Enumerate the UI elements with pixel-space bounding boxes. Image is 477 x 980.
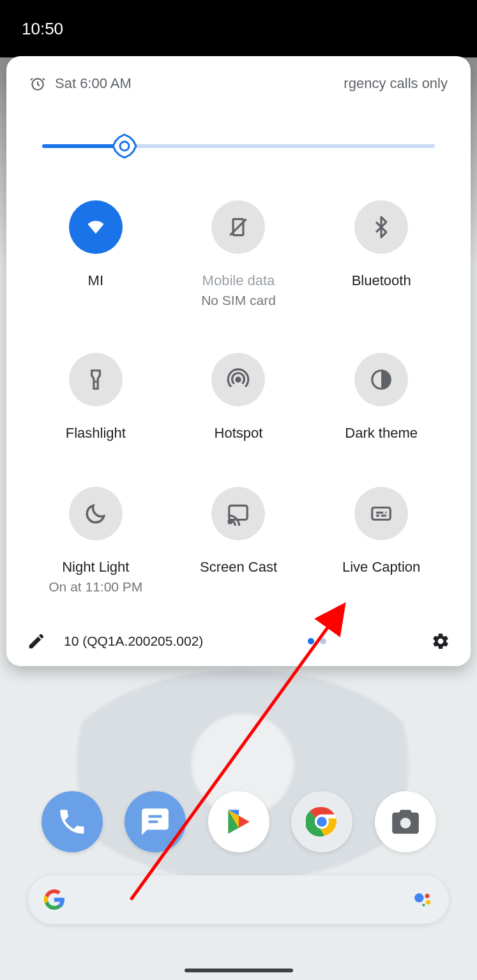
qs-tile-sublabel: No SIM card (201, 293, 276, 308)
qs-page-indicator[interactable] (308, 638, 326, 644)
qs-tile-night-light[interactable]: Night LightOn at 11:00 PM (24, 487, 167, 595)
dock-app-phone[interactable] (42, 791, 103, 852)
brightness-slider[interactable] (42, 130, 435, 162)
svg-point-23 (426, 900, 430, 905)
quick-settings-panel: Sat 6:00 AM rgency calls only MIMobile d… (6, 56, 471, 666)
svg-point-21 (414, 893, 423, 902)
svg-point-22 (425, 894, 430, 898)
home-dock (0, 791, 477, 852)
qs-tile-label: Night Light (62, 558, 129, 577)
qs-tile-wifi[interactable]: MI (24, 200, 167, 308)
dock-app-messages[interactable] (125, 791, 186, 852)
bluetooth-icon (354, 200, 408, 254)
page-dot (320, 638, 326, 644)
status-bar: 10:50 (0, 0, 477, 57)
qs-tile-flashlight[interactable]: Flashlight (24, 353, 167, 443)
qs-tile-label: MI (88, 272, 103, 290)
assistant-icon[interactable] (412, 889, 434, 910)
alarm-text[interactable]: Sat 6:00 AM (55, 75, 132, 92)
qs-tile-live-caption[interactable]: Live Caption (310, 487, 453, 595)
qs-tile-label: Mobile data (202, 272, 275, 290)
qs-tile-label: Screen Cast (200, 558, 277, 577)
google-search-bar[interactable] (28, 875, 449, 924)
qs-tile-label: Dark theme (345, 424, 418, 443)
qs-tile-mobile-data[interactable]: Mobile dataNo SIM card (167, 200, 310, 308)
settings-button[interactable] (431, 632, 450, 651)
dock-app-camera[interactable] (375, 791, 436, 852)
dock-app-play[interactable] (208, 791, 269, 852)
brightness-thumb-icon[interactable] (112, 133, 137, 159)
page-dot (308, 638, 314, 644)
network-status-text: rgency calls only (344, 75, 448, 92)
qs-tile-bluetooth[interactable]: Bluetooth (310, 200, 453, 308)
qs-header: Sat 6:00 AM rgency calls only (6, 56, 471, 98)
qs-tile-label: Flashlight (66, 424, 126, 443)
google-g-icon (43, 889, 65, 910)
screen-cast-icon (211, 487, 265, 540)
mobile-data-icon (211, 200, 265, 254)
statusbar-time: 10:50 (22, 19, 63, 39)
live-caption-icon (354, 487, 408, 540)
qs-tiles-grid: MIMobile dataNo SIM cardBluetoothFlashli… (24, 200, 453, 595)
hotspot-icon (211, 353, 265, 406)
dock-app-chrome[interactable] (291, 791, 352, 852)
svg-point-20 (400, 818, 411, 829)
wifi-icon (69, 200, 123, 254)
qs-footer: 10 (QQ1A.200205.002) (6, 620, 471, 655)
gesture-nav-bar[interactable] (185, 969, 293, 972)
qs-tile-sublabel: On at 11:00 PM (49, 579, 142, 595)
svg-point-2 (120, 142, 129, 151)
svg-point-6 (236, 377, 240, 381)
qs-tile-label: Live Caption (342, 558, 420, 577)
qs-tile-label: Hotspot (215, 424, 263, 443)
build-text: 10 (QQ1A.200205.002) (64, 634, 203, 649)
night-light-icon (69, 487, 123, 540)
svg-rect-8 (229, 506, 248, 520)
qs-tile-hotspot[interactable]: Hotspot (167, 353, 310, 443)
alarm-clock-icon (29, 75, 46, 92)
qs-tile-dark-theme[interactable]: Dark theme (310, 353, 453, 443)
edit-tiles-button[interactable] (27, 632, 46, 651)
qs-tile-screen-cast[interactable]: Screen Cast (167, 487, 310, 595)
svg-point-24 (422, 903, 425, 906)
qs-tile-label: Bluetooth (352, 272, 411, 290)
dark-theme-icon (354, 353, 408, 406)
flashlight-icon (69, 353, 123, 406)
svg-point-9 (229, 520, 232, 523)
svg-point-19 (316, 816, 328, 828)
